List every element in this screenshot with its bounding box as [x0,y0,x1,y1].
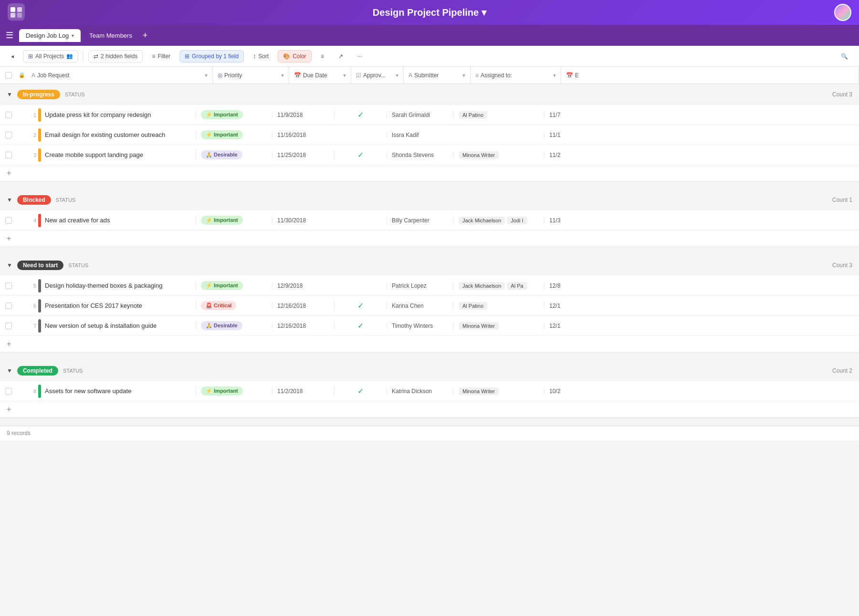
column-due-date[interactable]: 📅 Due Date ▾ [289,67,351,84]
row-priority[interactable]: 🚨 Critical [196,301,272,310]
column-extra[interactable]: 📅 E [561,67,859,84]
table-row[interactable]: 8 Assets for new software update ⚡ Impor… [0,381,859,401]
row-assigned: Al Patino [453,302,544,310]
tab-label: Team Members [89,32,132,39]
all-projects-label: All Projects [35,53,64,60]
group-toggle-icon[interactable]: ▼ [7,197,12,203]
row-extra: 12/8 [544,282,859,289]
filter-button[interactable]: ≡ Filter [147,50,176,63]
tab-team-members[interactable]: Team Members [83,29,139,42]
hidden-fields-button[interactable]: ⇄ 2 hidden fields [88,50,143,63]
row-checkbox[interactable] [0,282,17,289]
row-job: Presentation for CES 2017 keynote [45,302,196,309]
group-header-needtostart: ▼ Need to start STATUS Count 3 [0,255,859,276]
color-button[interactable]: 🎨 Color [278,50,312,63]
row-checkbox[interactable] [0,112,17,118]
row-number: 1 [27,112,38,118]
column-assigned[interactable]: ≡ Assigned to: ▾ [471,67,561,84]
group-spacer [0,247,859,255]
row-due-date: 12/16/2018 [272,303,334,309]
row-checkbox[interactable] [0,152,17,158]
group-badge[interactable]: Completed [17,366,58,376]
sort-arrow: ▾ [343,72,346,79]
search-button[interactable]: 🔍 [836,50,853,63]
density-button[interactable]: ≡ [315,50,329,63]
tab-dropdown-icon: ▾ [72,33,74,38]
row-assigned: Al Patino [453,111,544,119]
group-badge[interactable]: Need to start [17,261,63,270]
page-title: Design Project Pipeline ▾ [373,7,486,18]
column-job-request[interactable]: A Job Request ▾ [27,67,213,84]
share-button[interactable]: ↗ [333,50,348,63]
assigned-tag: Jack Michaelson [459,217,505,224]
row-priority[interactable]: ⚡ Important [196,130,272,139]
table-row[interactable]: 6 Presentation for CES 2017 keynote 🚨 Cr… [0,296,859,316]
row-color-bar [38,108,41,122]
tab-design-job-log[interactable]: Design Job Log ▾ [19,29,81,42]
svg-rect-2 [17,7,22,12]
table-row[interactable]: 4 New ad creative for ads ⚡ Important 11… [0,210,859,230]
lock-icon: 🔒 [17,72,27,78]
table-row[interactable]: 7 New version of setup & installation gu… [0,316,859,336]
group-badge[interactable]: Blocked [17,195,51,205]
row-checkbox[interactable] [0,132,17,138]
all-projects-button[interactable]: ⊞ All Projects 👥 [23,50,78,63]
app-logo [8,3,25,22]
group-toggle-icon[interactable]: ▼ [7,367,12,374]
group-status-label: STATUS [63,368,83,374]
row-number: 2 [27,132,38,138]
column-submitter[interactable]: A Submitter ▾ [404,67,471,84]
group-toggle-icon[interactable]: ▼ [7,91,12,98]
row-priority[interactable]: ⚡ Important [196,216,272,225]
grouped-button[interactable]: ⊞ Grouped by 1 field [179,50,244,63]
more-button[interactable]: ··· [352,50,367,63]
add-row-button[interactable]: + [0,165,859,181]
row-priority[interactable]: ⚡ Important [196,110,272,119]
add-tab-button[interactable]: + [143,31,148,41]
row-job: Update press kit for company redesign [45,111,196,118]
select-all-checkbox[interactable] [0,72,17,79]
row-number: 3 [27,152,38,158]
row-approval: ✓ [334,321,387,330]
row-priority[interactable]: 🙏 Desirable [196,150,272,159]
row-checkbox[interactable] [0,217,17,224]
row-submitter: Billy Carpenter [387,217,453,224]
column-approval[interactable]: ☑ Approv... ▾ [351,67,404,84]
hamburger-menu[interactable]: ☰ [6,30,13,41]
add-row-button[interactable]: + [0,336,859,352]
add-row-button[interactable]: + [0,401,859,418]
more-icon: ··· [357,53,362,60]
priority-badge: 🚨 Critical [201,301,236,310]
row-due-date: 11/30/2018 [272,217,334,224]
table-row[interactable]: 3 Create mobile support landing page 🙏 D… [0,145,859,165]
table-row[interactable]: 1 Update press kit for company redesign … [0,105,859,125]
row-priority[interactable]: ⚡ Important [196,386,272,396]
group-toggle-icon[interactable]: ▼ [7,262,12,269]
sort-button[interactable]: ↕ Sort [248,50,274,63]
avatar[interactable] [834,4,851,21]
collapse-button[interactable]: ◂ [6,50,19,63]
row-number: 8 [27,388,38,394]
table-row[interactable]: 5 Design holiday-themed boxes & packagin… [0,276,859,296]
group-badge[interactable]: In-progress [17,90,60,99]
top-bar: Design Project Pipeline ▾ [0,0,859,25]
row-checkbox[interactable] [0,388,17,395]
row-assigned: Minona Writer [453,151,544,159]
add-row-button[interactable]: + [0,230,859,247]
row-number: 5 [27,283,38,289]
row-priority[interactable]: ⚡ Important [196,281,272,290]
row-checkbox[interactable] [0,303,17,309]
column-priority[interactable]: ◎ Priority ▾ [213,67,289,84]
row-due-date: 12/9/2018 [272,282,334,289]
table-row[interactable]: 2 Email design for existing customer out… [0,125,859,145]
row-submitter: Timothy Winters [387,323,453,329]
approved-check: ✓ [357,321,364,330]
group-status-label: STATUS [56,197,76,203]
row-extra: 11/1 [544,132,859,138]
group-body-inprogress: 1 Update press kit for company redesign … [0,105,859,182]
svg-rect-3 [10,13,15,18]
sort-arrow: ▾ [462,72,465,79]
row-approval: ✓ [334,110,387,119]
row-priority[interactable]: 🙏 Desirable [196,321,272,330]
row-checkbox[interactable] [0,323,17,329]
